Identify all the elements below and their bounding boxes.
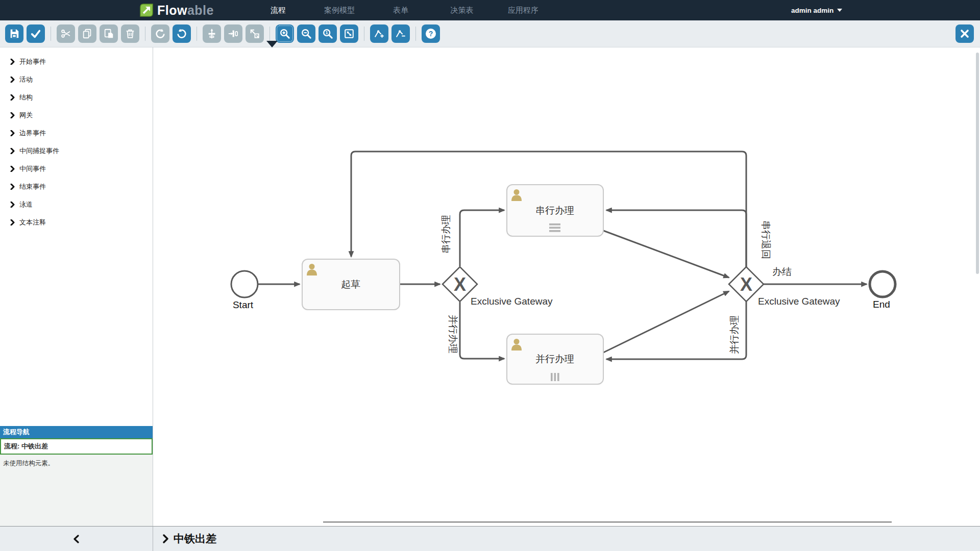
zoom-fit-icon xyxy=(344,28,355,39)
flow-label-parallel-return: 并行办理 xyxy=(729,315,740,354)
end-event[interactable] xyxy=(870,271,895,297)
zoom-out-button[interactable] xyxy=(297,24,315,43)
process-navigator-note: 未使用结构元素。 xyxy=(0,455,153,526)
flowable-leaf-icon xyxy=(139,3,154,18)
same-size-button xyxy=(246,24,264,43)
paste-button xyxy=(100,24,118,43)
redo-icon xyxy=(155,28,166,39)
toolbar-separator xyxy=(51,27,51,41)
palette-group-text-annotation[interactable]: 文本注释 xyxy=(0,213,153,231)
close-icon xyxy=(959,28,970,39)
remove-bendpoint-button[interactable] xyxy=(391,24,410,43)
chevron-right-icon xyxy=(10,166,15,172)
canvas-vertical-scrollbar[interactable] xyxy=(976,53,979,274)
gateway2-label: Exclusive Gateway xyxy=(758,296,840,307)
flow-serial-to-gateway2[interactable] xyxy=(603,231,729,278)
shape-palette-sidebar: 开始事件 活动 结构 网关 边界事件 xyxy=(0,47,153,526)
flow-gateway1-to-parallel[interactable] xyxy=(460,302,504,359)
process-navigator-selected-item[interactable]: 流程: 中铁出差 xyxy=(0,438,153,455)
palette-group-intermediate-catching-events[interactable]: 中间捕捉事件 xyxy=(0,142,153,160)
validate-button[interactable] xyxy=(27,24,45,43)
tab-decision-tables[interactable]: 决策表 xyxy=(444,0,480,20)
chevron-right-icon xyxy=(10,148,15,154)
parallel-multi-instance-icon xyxy=(551,373,559,381)
palette-group-start-events[interactable]: 开始事件 xyxy=(0,53,153,70)
shape-palette: 开始事件 活动 结构 网关 边界事件 xyxy=(0,47,153,426)
undo-icon xyxy=(176,28,187,39)
user-task-draft[interactable]: 起草 xyxy=(302,259,400,310)
canvas-horizontal-scrollbar[interactable] xyxy=(323,521,892,523)
check-icon xyxy=(30,28,41,39)
palette-group-activities[interactable]: 活动 xyxy=(0,70,153,88)
redo-button xyxy=(151,24,169,43)
zoom-out-icon xyxy=(301,28,312,39)
start-event[interactable] xyxy=(231,271,258,297)
zoom-actual-size-icon: 1 xyxy=(322,28,333,39)
zoom-fit-button[interactable] xyxy=(340,24,358,43)
palette-group-end-events[interactable]: 结束事件 xyxy=(0,178,153,195)
copy-icon xyxy=(82,28,93,39)
toolbar-separator xyxy=(415,27,416,41)
flow-gateway1-to-serial[interactable] xyxy=(460,210,504,266)
align-horizontal-icon xyxy=(228,28,239,39)
undo-button[interactable] xyxy=(173,24,191,43)
main-nav-tabs: 流程 案例模型 表单 决策表 应用程序 xyxy=(260,0,567,20)
process-navigator: 流程导航 流程: 中铁出差 未使用结构元素。 xyxy=(0,426,153,526)
copy-button xyxy=(78,24,96,43)
tab-apps[interactable]: 应用程序 xyxy=(505,0,541,20)
add-bendpoint-button[interactable] xyxy=(370,24,388,43)
tab-forms[interactable]: 表单 xyxy=(383,0,419,20)
same-size-icon xyxy=(249,28,260,39)
tab-processes[interactable]: 流程 xyxy=(260,0,296,20)
palette-group-boundary-events[interactable]: 边界事件 xyxy=(0,124,153,142)
end-event-label: End xyxy=(873,299,890,310)
save-icon xyxy=(9,28,20,39)
flow-label-to-serial: 串行办理 xyxy=(440,215,451,254)
bottom-row: 中铁出差 xyxy=(0,526,980,551)
user-task-serial[interactable]: 串行办理 xyxy=(507,185,603,236)
remove-bendpoint-icon xyxy=(395,28,406,39)
flow-label-serial-return: 串行退回 xyxy=(761,220,771,259)
bpmn-diagram: Start 起草 串行办理 xyxy=(153,47,980,526)
process-navigator-header: 流程导航 xyxy=(0,426,153,438)
cut-button xyxy=(57,24,75,43)
chevron-right-icon xyxy=(10,184,15,190)
tab-case-models[interactable]: 案例模型 xyxy=(322,0,357,20)
editor-toolbar: 1 xyxy=(0,20,980,47)
chevron-right-icon xyxy=(10,219,15,226)
palette-group-structural[interactable]: 结构 xyxy=(0,88,153,106)
breadcrumb-bar: 中铁出差 xyxy=(153,526,980,551)
sidebar-collapse-footer[interactable] xyxy=(0,526,153,551)
exclusive-gateway-x-marker: X xyxy=(740,274,752,295)
bpmn-canvas[interactable]: Start 起草 串行办理 xyxy=(153,47,980,526)
align-vertical-icon xyxy=(206,28,217,39)
save-button[interactable] xyxy=(5,24,23,43)
flow-parallel-to-gateway2[interactable] xyxy=(603,291,729,353)
add-bendpoint-icon xyxy=(374,28,385,39)
close-editor-button[interactable] xyxy=(955,24,974,43)
caret-down-icon xyxy=(837,9,842,12)
flowable-logo[interactable]: Flowable xyxy=(139,0,214,20)
zoom-in-button[interactable] xyxy=(276,24,294,43)
zoom-in-icon xyxy=(279,28,290,39)
user-task-parallel[interactable]: 并行办理 xyxy=(507,334,603,384)
palette-group-gateways[interactable]: 网关 xyxy=(0,106,153,124)
zoom-actual-size-button[interactable]: 1 xyxy=(318,24,337,43)
toolbar-separator xyxy=(270,27,270,41)
user-menu[interactable]: admin admin xyxy=(791,0,842,20)
scissors-icon xyxy=(60,28,71,39)
one-glyph: 1 xyxy=(326,30,328,35)
editor-main: 开始事件 活动 结构 网关 边界事件 xyxy=(0,47,980,526)
flowable-process-editor: Flowable 流程 案例模型 表单 决策表 应用程序 admin admin xyxy=(0,0,980,551)
flow-gateway2-parallel-return[interactable] xyxy=(606,302,746,359)
gateway1-label: Exclusive Gateway xyxy=(471,296,553,307)
breadcrumb-process-name[interactable]: 中铁出差 xyxy=(174,532,216,546)
help-button[interactable]: ? xyxy=(422,24,440,43)
chevron-right-icon xyxy=(10,77,15,83)
chevron-right-icon xyxy=(10,112,15,118)
start-event-label: Start xyxy=(233,299,254,310)
palette-group-swimlanes[interactable]: 泳道 xyxy=(0,195,153,213)
toolbar-separator xyxy=(364,27,364,41)
help-icon: ? xyxy=(425,28,437,40)
palette-group-intermediate-events[interactable]: 中间事件 xyxy=(0,160,153,178)
